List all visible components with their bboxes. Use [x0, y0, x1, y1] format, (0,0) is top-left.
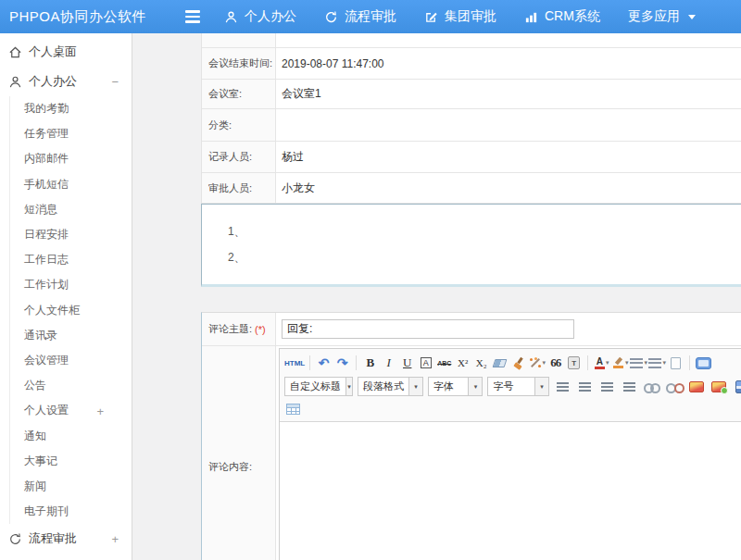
sidebar-submenu: 我的考勤 任务管理 内部邮件 手机短信 短消息 日程安排 工作日志 工作计划 个…: [9, 96, 132, 524]
sidebar-item-notification[interactable]: 通知: [10, 423, 132, 448]
table-row: 评论主题: (*): [202, 313, 741, 346]
caret-down-icon[interactable]: ▾: [542, 359, 546, 367]
caret-down-icon[interactable]: ▾: [408, 378, 422, 395]
font-family-dropdown[interactable]: 字体 ▾: [428, 377, 483, 396]
sidebar-item-label: 公告: [24, 378, 46, 393]
sidebar-item-label: 新闻: [24, 479, 46, 494]
caret-down-icon[interactable]: ▾: [534, 378, 548, 395]
sidebar-item-announcement[interactable]: 公告: [10, 373, 132, 398]
editor-content-area[interactable]: [280, 422, 741, 560]
fullscreen-button[interactable]: [695, 355, 712, 372]
sidebar-item-work-log[interactable]: 工作日志: [10, 247, 132, 272]
align-left-button[interactable]: [554, 378, 571, 395]
highlight-button[interactable]: ▾: [611, 355, 629, 372]
italic-button[interactable]: I: [380, 355, 397, 372]
sidebar-item-label: 内部邮件: [24, 151, 69, 167]
sidebar-item-mobile-sms[interactable]: 手机短信: [10, 172, 132, 197]
insert-image-button[interactable]: [687, 378, 705, 395]
strikethrough-button[interactable]: ABC: [435, 355, 453, 372]
caret-down-icon[interactable]: ▾: [345, 378, 352, 395]
nav-more-apps[interactable]: 更多应用: [628, 8, 696, 25]
nav-personal-office[interactable]: 个人办公: [224, 8, 296, 25]
home-icon: [8, 45, 22, 59]
insert-table-icon: [286, 404, 300, 415]
caret-down-icon[interactable]: ▾: [644, 359, 647, 367]
sidebar-item-schedule[interactable]: 日程安排: [10, 222, 132, 247]
toolbar-separator: [356, 355, 357, 370]
sidebar-item-internal-mail[interactable]: 内部邮件: [10, 146, 132, 171]
nav-label: 个人办公: [245, 8, 296, 25]
new-document-button[interactable]: [667, 355, 684, 372]
insert-video-button[interactable]: [732, 378, 741, 395]
sidebar-item-short-message[interactable]: 短消息: [10, 197, 132, 222]
sidebar-item-meeting-management[interactable]: 会议管理: [10, 348, 132, 373]
unlink-button[interactable]: [665, 378, 683, 395]
align-right-button[interactable]: [598, 378, 616, 395]
sidebar-item-personal-settings[interactable]: 个人设置 +: [10, 398, 132, 423]
sidebar-item-personal-files[interactable]: 个人文件柜: [10, 298, 132, 323]
sidebar-item-workflow-approval[interactable]: 流程审批 +: [0, 524, 132, 554]
bold-button[interactable]: B: [361, 355, 379, 372]
superscript-button[interactable]: X²: [454, 355, 471, 372]
subject-label: 评论主题:: [208, 322, 252, 336]
subscript-button[interactable]: X₂: [472, 355, 490, 372]
sidebar-item-personal-desktop[interactable]: 个人桌面: [0, 37, 132, 67]
align-center-button[interactable]: [576, 378, 594, 395]
nav-group-approval[interactable]: 集团审批: [424, 8, 496, 25]
sidebar-item-milestones[interactable]: 大事记: [10, 449, 132, 474]
blockquote-button[interactable]: 66: [546, 355, 564, 372]
caret-down-icon[interactable]: ▾: [468, 378, 482, 395]
rich-text-editor: HTML ↶ ↷ B I U A ABC X² X₂ ▾: [279, 348, 741, 560]
row-value: HTML ↶ ↷ B I U A ABC X² X₂ ▾: [276, 346, 741, 560]
toolbar-separator: [587, 355, 588, 370]
sidebar-item-contacts[interactable]: 通讯录: [10, 323, 132, 348]
html-source-button[interactable]: HTML: [284, 355, 305, 372]
insert-table-button[interactable]: [284, 401, 302, 418]
undo-button[interactable]: ↶: [315, 355, 333, 372]
caret-down-icon[interactable]: ▾: [606, 359, 609, 367]
eraser-button[interactable]: [491, 355, 509, 372]
nav-crm-system[interactable]: CRM系统: [524, 8, 600, 25]
caret-down-icon[interactable]: ▾: [662, 359, 666, 367]
upload-image-button[interactable]: [710, 378, 727, 395]
hamburger-menu-icon[interactable]: [185, 10, 200, 23]
align-justify-button[interactable]: [621, 378, 638, 395]
nav-label: 更多应用: [628, 8, 680, 25]
table-row: 会议室: 会议室1: [202, 80, 741, 109]
comment-subject-input[interactable]: [282, 319, 574, 339]
font-color-button[interactable]: A ▾: [593, 355, 610, 372]
unordered-list-button[interactable]: ▾: [648, 355, 666, 372]
caret-down-icon[interactable]: ▾: [625, 359, 629, 367]
font-color-icon: A: [595, 357, 605, 369]
sidebar-item-personal-office[interactable]: 个人办公 −: [0, 67, 132, 96]
ordered-list-button[interactable]: ▾: [630, 355, 647, 372]
table-row: 分类:: [202, 109, 741, 142]
sidebar: 个人桌面 个人办公 − 我的考勤 任务管理 内部邮件 手机短信 短消息 日程安排…: [0, 33, 132, 560]
auto-typeset-wand-icon: [528, 356, 541, 369]
format-brush-button[interactable]: [509, 355, 527, 372]
auto-typeset-button[interactable]: ▾: [528, 355, 546, 372]
link-button[interactable]: [643, 378, 660, 395]
font-border-button[interactable]: A: [417, 355, 434, 372]
paragraph-format-dropdown[interactable]: 段落格式 ▾: [358, 377, 423, 396]
custom-title-dropdown[interactable]: 自定义标题 ▾: [284, 377, 353, 396]
sidebar-item-label: 会议管理: [24, 353, 69, 368]
comment-form-table: 评论主题: (*) 评论内容: HTML ↶ ↷ B I: [201, 312, 741, 560]
nav-workflow-approval[interactable]: 流程审批: [324, 8, 396, 25]
expand-icon[interactable]: +: [96, 404, 104, 417]
sidebar-item-my-attendance[interactable]: 我的考勤: [10, 96, 132, 121]
font-size-dropdown[interactable]: 字号 ▾: [487, 377, 549, 396]
underline-button[interactable]: U: [398, 355, 416, 372]
sidebar-item-work-plan[interactable]: 工作计划: [10, 272, 132, 297]
sidebar-item-e-journal[interactable]: 电子期刊: [10, 499, 132, 524]
expand-icon[interactable]: +: [111, 532, 119, 546]
sidebar-item-news[interactable]: 新闻: [10, 474, 132, 499]
sidebar-item-task-management[interactable]: 任务管理: [10, 121, 132, 146]
nav-label: 集团审批: [445, 8, 496, 25]
content-line: 2、: [228, 244, 741, 270]
paste-plain-button[interactable]: T: [565, 355, 583, 372]
edit-icon: [424, 10, 438, 24]
toolbar-separator: [689, 355, 690, 370]
collapse-icon[interactable]: −: [111, 75, 119, 89]
redo-button[interactable]: ↷: [333, 355, 351, 372]
